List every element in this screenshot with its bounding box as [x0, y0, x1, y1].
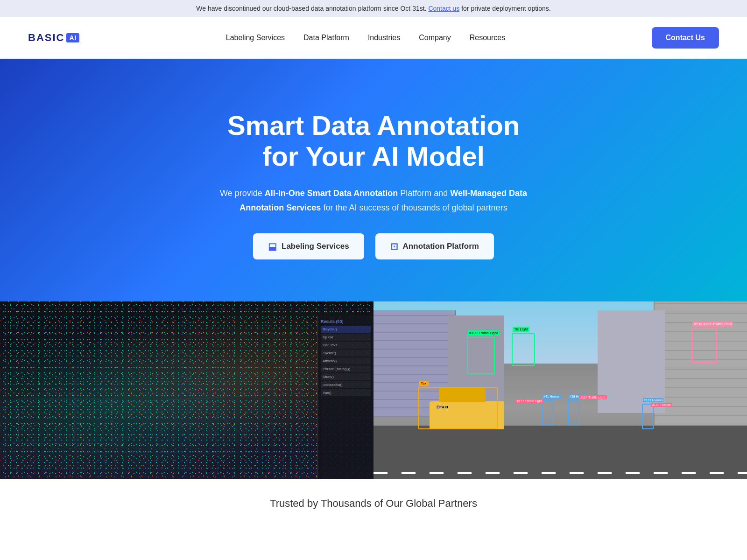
det-label-taxi: Taxi: [419, 381, 429, 386]
nav-industries[interactable]: Industries: [368, 34, 400, 42]
street-scene: ⊡TAXI #139 Traffic Light Tic Light #132 …: [374, 301, 747, 479]
det-label-traffic-1: #139 Traffic Light: [468, 330, 499, 336]
panel-person-sitting[interactable]: Person (sitting()): [321, 365, 371, 372]
panel-header: Results (50): [321, 319, 371, 324]
det-label-traffic-road-2: #114 Traffic Light: [579, 395, 607, 399]
road-lines: [374, 472, 747, 474]
logo-badge: AI: [66, 33, 79, 42]
nav-data-platform[interactable]: Data Platform: [303, 34, 349, 42]
svg-line-2: [187, 390, 299, 479]
announcement-bar: We have discontinued our cloud-based dat…: [0, 0, 747, 17]
announcement-text-before: We have discontinued our cloud-based dat…: [196, 5, 426, 12]
panel-kp-car[interactable]: Kp car: [321, 334, 371, 341]
det-label-person-1: #41 Human: [543, 394, 561, 399]
det-label-traffic-2: Tic Light: [513, 327, 529, 332]
logo[interactable]: BASIC AI: [28, 32, 79, 44]
detection-person-2: #38 Human: [568, 400, 579, 426]
nav-company[interactable]: Company: [419, 34, 451, 42]
announcement-text-after: for private deployment options.: [461, 5, 550, 12]
labeling-services-label: Labeling Services: [282, 242, 349, 251]
detection-traffic-light-1: #139 Traffic Light: [467, 337, 495, 374]
panel-cyclist[interactable]: Cyclist(): [321, 350, 371, 357]
annotation-platform-label: Annotation Platform: [403, 242, 479, 251]
panel-van[interactable]: Van(): [321, 389, 371, 396]
hero-headline-line1: Smart Data Annotation: [227, 110, 520, 140]
annotation-panel: Results (50) Bicycle() Kp car Car, PVT C…: [317, 315, 374, 479]
detection-traffic-light-2: Tic Light: [512, 333, 535, 366]
hero-description: We provide All-in-One Smart Data Annotat…: [215, 186, 532, 215]
det-label-traffic-3: #132 #133 Traffic Light: [692, 322, 733, 327]
panel-bicycle[interactable]: Bicycle(): [321, 326, 371, 333]
trusted-label: Trusted by Thousands of Our Global Partn…: [9, 497, 738, 510]
annotation-platform-button[interactable]: ⊡ Annotation Platform: [375, 233, 494, 259]
hero-desc-suffix: for the AI success of thousands of globa…: [323, 203, 507, 212]
panel-unclassified[interactable]: unclassifia(): [321, 381, 371, 388]
trusted-section: Trusted by Thousands of Our Global Partn…: [0, 479, 747, 519]
logo-text: BASIC: [28, 32, 64, 44]
street-detection-screenshot: ⊡TAXI #139 Traffic Light Tic Light #132 …: [374, 301, 747, 479]
detection-traffic-light-3: #132 #133 Traffic Light: [691, 328, 717, 363]
detection-taxi: Taxi: [418, 387, 498, 429]
announcement-link[interactable]: Contact us: [428, 5, 459, 12]
det-label-person-3: #133 Human: [643, 398, 663, 402]
labeling-icon: ⬓: [268, 241, 277, 252]
nav-labeling-services[interactable]: Labeling Services: [226, 34, 285, 42]
panel-stunt[interactable]: Stunt(): [321, 373, 371, 380]
hero-headline: Smart Data Annotation for Your AI Model: [227, 110, 520, 172]
svg-rect-5: [19, 399, 112, 443]
labeling-services-button[interactable]: ⬓ Labeling Services: [253, 233, 364, 259]
annotation-icon: ⊡: [390, 241, 398, 252]
navbar: BASIC AI Labeling Services Data Platform…: [0, 17, 747, 59]
detection-person-1: #41 Human: [542, 400, 553, 426]
nav-resources[interactable]: Resources: [470, 34, 505, 42]
det-label-traffic-road-3: #140 Human: [651, 403, 672, 407]
building-right: [654, 301, 747, 426]
screenshots-section: ◀ 1/1 ▶ Save Results (50) Bicycle() Kp c…: [0, 301, 747, 479]
hero-section: Smart Data Annotation for Your AI Model …: [0, 59, 747, 301]
hero-buttons: ⬓ Labeling Services ⊡ Annotation Platfor…: [253, 233, 494, 259]
point-cloud-screenshot: ◀ 1/1 ▶ Save Results (50) Bicycle() Kp c…: [0, 301, 374, 479]
svg-rect-4: [75, 381, 299, 452]
panel-athlete[interactable]: Athlete(): [321, 357, 371, 364]
det-label-traffic-road-1: #117 Traffic Light: [515, 399, 543, 403]
detection-person-3: #133 Human: [642, 404, 654, 429]
hero-bold1: All-in-One Smart Data Annotation: [265, 189, 398, 198]
contact-us-button[interactable]: Contact Us: [652, 27, 719, 49]
road: [374, 426, 747, 479]
nav-links: Labeling Services Data Platform Industri…: [226, 34, 505, 42]
panel-car-pvt[interactable]: Car, PVT: [321, 342, 371, 349]
hero-headline-line2: for Your AI Model: [262, 141, 485, 171]
hero-desc-mid: Platform and: [400, 189, 450, 198]
